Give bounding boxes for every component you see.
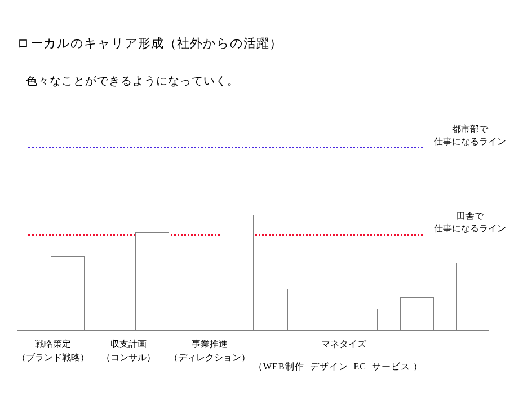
chart-subtitle: 色々なことができるようになっていく。 [26, 73, 239, 91]
bar [344, 309, 378, 331]
bar [135, 232, 169, 330]
bar [287, 289, 321, 330]
category-label: マネタイズ [321, 337, 366, 351]
bar [456, 263, 490, 330]
bar [400, 297, 434, 330]
axis-baseline [17, 330, 489, 331]
category-label: 事業推進 （ディレクション） [169, 337, 250, 364]
bars-container [28, 113, 489, 330]
category-label: 戦略策定 （ブランド戦略） [17, 337, 89, 364]
bar [220, 215, 254, 330]
chart-title: ローカルのキャリア形成（社外からの活躍） [17, 35, 282, 52]
category-label: 収支計画 （コンサル） [101, 337, 156, 364]
group-sub-label: （WEB制作 デザイン EC サービス ） [254, 361, 423, 373]
bar [51, 256, 85, 330]
